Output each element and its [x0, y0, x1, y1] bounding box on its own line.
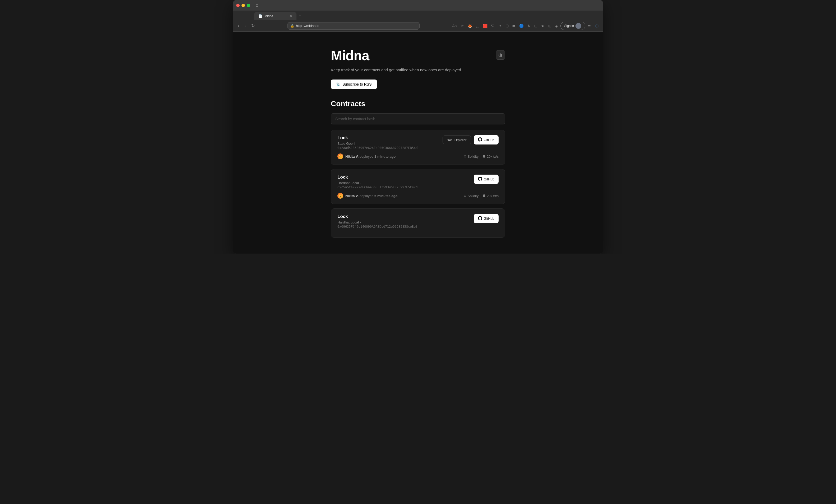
rss-icon: 📡	[336, 82, 340, 86]
card-meta: Solidity 20k tx/s	[464, 155, 499, 158]
contract-name: Lock	[337, 175, 417, 180]
card-info: Lock Base Goerli - 0x2Aad5185B5957e624Fb…	[337, 135, 417, 150]
page-content: Midna Keep track of your contracts and g…	[233, 32, 603, 254]
github-icon	[478, 137, 482, 142]
minimize-window-button[interactable]	[242, 4, 245, 7]
extension-icon-2[interactable]: ⬚	[475, 23, 481, 29]
deployer-info: 🐱 Nikita V. deployed 6 minutes ago	[337, 193, 398, 199]
page-title: Midna	[331, 47, 462, 63]
browser-ai-icon[interactable]: ◈	[554, 23, 559, 29]
language-label: Solidity	[468, 194, 478, 198]
reading-view-icon[interactable]: ⊡	[533, 23, 539, 29]
github-icon	[478, 216, 482, 221]
deployer-name: Nikita V.	[345, 194, 359, 198]
forward-button[interactable]: ›	[243, 22, 247, 29]
contract-card: Lock Base Goerli - 0x2Aad5185B5957e624Fb…	[331, 130, 505, 165]
card-actions: GitHub	[474, 175, 499, 184]
tx-icon	[483, 155, 486, 158]
contract-card: Lock Hardhat Local - 0x09635F643e140090A…	[331, 208, 505, 238]
address-bar[interactable]: 🔒 https://midna.io	[287, 22, 420, 30]
github-label: GitHub	[484, 138, 494, 142]
card-actions: </> Explorer GitHub	[442, 135, 499, 144]
contract-hash: 0xc5a5C42992dECbae36851359345FE25997F5C4…	[337, 186, 417, 189]
card-meta: Solidity 20k tx/s	[464, 194, 499, 198]
explorer-button[interactable]: </> Explorer	[442, 136, 471, 144]
contracts-heading: Contracts	[331, 100, 505, 108]
github-button[interactable]: GitHub	[474, 214, 499, 223]
extension-icon-4[interactable]: 🛡	[490, 23, 496, 29]
github-label: GitHub	[484, 217, 494, 220]
extension-icon-9[interactable]: ↻	[526, 23, 532, 29]
contract-name: Lock	[337, 214, 417, 219]
contract-network: Base Goerli -	[337, 141, 417, 146]
reload-button[interactable]: ↻	[250, 22, 256, 29]
tx-rate-label: 20k tx/s	[487, 155, 499, 158]
card-header: Lock Hardhat Local - 0xc5a5C42992dECbae3…	[337, 175, 499, 189]
traffic-lights	[236, 4, 250, 7]
code-icon: </>	[447, 138, 452, 142]
page-subtitle: Keep track of your contracts and get not…	[331, 67, 462, 72]
more-options-button[interactable]: •••	[586, 23, 593, 29]
card-info: Lock Hardhat Local - 0x09635F643e140090A…	[337, 214, 417, 229]
deployer-info: 🐱 Nikita V. deployed 1 minute ago	[337, 153, 396, 159]
github-label: GitHub	[484, 177, 494, 181]
url-display: https://midna.io	[296, 24, 319, 28]
language-icon	[464, 195, 466, 197]
card-header: Lock Hardhat Local - 0x09635F643e140090A…	[337, 214, 499, 229]
tab-bar: 📄 Midna ✕ +	[233, 11, 603, 20]
active-tab[interactable]: 📄 Midna ✕	[254, 12, 297, 20]
sidebar-toggle-button[interactable]: ⊡	[254, 2, 260, 8]
github-button[interactable]: GitHub	[474, 175, 499, 184]
language-meta: Solidity	[464, 155, 478, 158]
extension-icon-1[interactable]: 🦊	[467, 23, 474, 29]
tab-title: Midna	[265, 14, 288, 18]
lock-icon: 🔒	[290, 24, 294, 28]
tx-icon	[483, 194, 486, 197]
contract-name: Lock	[337, 135, 417, 140]
toolbar-extensions: Aa ☆ 🦊 ⬚ 🟥 🛡 ✦ ⬡ ⇄ 🔵 ↻ ⊡ ★ ⊞ ◈ Sign in •…	[451, 22, 600, 30]
translate-icon[interactable]: Aa	[451, 23, 458, 29]
card-footer: 🐱 Nikita V. deployed 1 minute ago Solidi…	[337, 153, 499, 159]
theme-toggle-button[interactable]: ◑	[496, 50, 505, 60]
language-meta: Solidity	[464, 194, 478, 198]
card-header: Lock Base Goerli - 0x2Aad5185B5957e624Fb…	[337, 135, 499, 150]
tx-rate-meta: 20k tx/s	[483, 194, 499, 198]
contract-network: Hardhat Local -	[337, 181, 417, 185]
extension-icon-8[interactable]: 🔵	[518, 23, 525, 29]
card-actions: GitHub	[474, 214, 499, 223]
card-info: Lock Hardhat Local - 0xc5a5C42992dECbae3…	[337, 175, 417, 189]
collections-icon[interactable]: ⊞	[547, 23, 553, 29]
favorites-icon[interactable]: ★	[540, 23, 546, 29]
titlebar: ⊡	[233, 0, 603, 11]
tx-rate-meta: 20k tx/s	[483, 155, 499, 158]
language-label: Solidity	[468, 155, 478, 158]
extension-icon-3[interactable]: 🟥	[482, 23, 489, 29]
close-window-button[interactable]	[236, 4, 240, 7]
extension-icon-7[interactable]: ⇄	[511, 23, 517, 29]
explorer-label: Explorer	[454, 138, 467, 142]
maximize-window-button[interactable]	[247, 4, 250, 7]
contract-hash: 0x2Aad5185B5957e624FbF05C36A687927287EB5…	[337, 146, 417, 150]
contract-network: Hardhat Local -	[337, 220, 417, 224]
new-tab-button[interactable]: +	[299, 13, 301, 18]
main-container: Midna Keep track of your contracts and g…	[325, 47, 511, 238]
tab-close-button[interactable]: ✕	[290, 15, 292, 18]
back-button[interactable]: ‹	[236, 22, 241, 29]
browser-window: ⊡ 📄 Midna ✕ + ‹ › ↻ 🔒 https://midna.io A…	[233, 0, 603, 254]
theme-icon: ◑	[498, 52, 502, 58]
extension-icon-5[interactable]: ✦	[497, 23, 503, 29]
subscribe-rss-button[interactable]: 📡 Subscribe to RSS	[331, 79, 377, 89]
deployer-avatar: 🐱	[337, 193, 343, 199]
deployer-name: Nikita V.	[345, 155, 359, 158]
bookmark-icon[interactable]: ☆	[459, 23, 465, 29]
github-icon	[478, 177, 482, 182]
browser-ai-sidebar-button[interactable]: ⬡	[594, 23, 600, 29]
extension-icon-6[interactable]: ⬡	[504, 23, 510, 29]
tx-rate-label: 20k tx/s	[487, 194, 499, 198]
deployer-avatar: 🐱	[337, 153, 343, 159]
github-button[interactable]: GitHub	[474, 135, 499, 144]
subscribe-label: Subscribe to RSS	[342, 82, 372, 86]
sign-in-button[interactable]: Sign in	[560, 22, 586, 30]
tab-favicon: 📄	[259, 14, 262, 18]
search-input[interactable]	[331, 113, 505, 124]
